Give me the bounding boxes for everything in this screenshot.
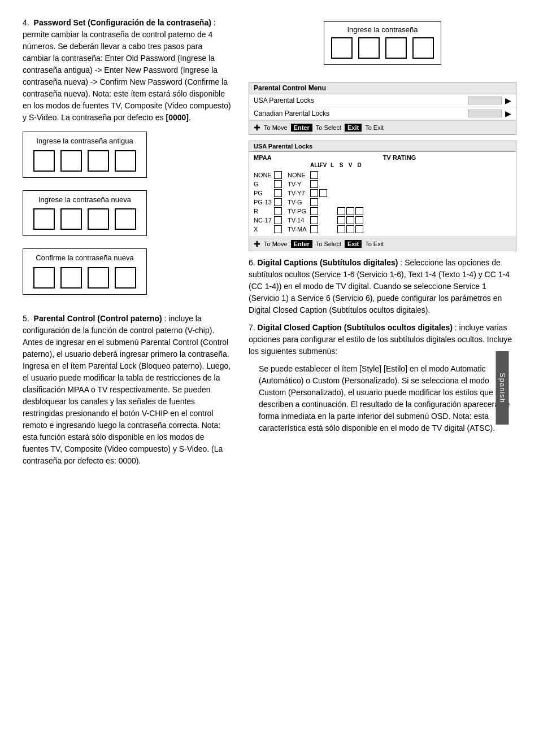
usa-arrow: ▶ <box>505 96 511 105</box>
spanish-label: Spanish <box>496 351 509 425</box>
pass-box-8 <box>115 208 136 230</box>
pt-row-5: NC-17TV-14 <box>254 216 511 224</box>
pass-box-9 <box>33 267 55 289</box>
pass-box-1 <box>33 150 55 172</box>
usa-parental-table: USA Parental Locks MPAA TV RATING ALL FV… <box>249 141 516 251</box>
canadian-bar <box>468 110 502 117</box>
pt-row-3: PG-13TV-G <box>254 198 511 206</box>
section5-title: Parental Control (Control paterno) <box>34 314 162 323</box>
old-password-ui: Ingrese la contraseña antigua <box>23 132 147 178</box>
confirm-password-ui: Confirme la contraseña nueva <box>23 248 147 295</box>
nav-move-icon: ✚ <box>254 123 260 132</box>
parental-menu-nav: ✚ To Move Enter To Select Exit To Exit <box>249 120 516 134</box>
pt-row-6: XTV-MA <box>254 225 511 233</box>
enter-btn[interactable]: Enter <box>291 124 312 132</box>
pass-box-11 <box>88 267 109 289</box>
pass-box-t2 <box>358 37 380 59</box>
parental-menu-header: Parental Control Menu <box>249 82 516 94</box>
pass-box-7 <box>88 208 109 230</box>
usa-parental-row[interactable]: USA Parental Locks ▶ <box>249 94 516 107</box>
exit-btn2[interactable]: Exit <box>345 240 362 248</box>
tv-rating-header: TV RATING <box>288 154 511 161</box>
sub-header-d: D <box>355 162 363 170</box>
sub-header-v: V <box>346 162 354 170</box>
new-password-label: Ingrese la contraseña nueva <box>30 194 140 206</box>
usa-parental-nav: ✚ To Move Enter To Select Exit To Exit <box>249 237 516 251</box>
pass-box-t4 <box>412 37 434 59</box>
pt-row-4: RTV-PG <box>254 207 511 215</box>
usa-bar <box>468 97 502 104</box>
sub-header-fv: FV <box>319 162 327 170</box>
canadian-parental-row[interactable]: Canadian Parental Locks ▶ <box>249 107 516 120</box>
exit-btn[interactable]: Exit <box>345 124 362 132</box>
pt-row-1: GTV-Y <box>254 180 511 188</box>
pass-box-t3 <box>385 37 407 59</box>
pass-box-12 <box>115 267 136 289</box>
pt-row-0: NONENONE <box>254 171 511 179</box>
pt-row-2: PGTV-Y7 <box>254 189 511 197</box>
password-top-label: Ingrese la contraseña <box>331 25 434 34</box>
enter-btn2[interactable]: Enter <box>291 240 312 248</box>
nav-move-icon2: ✚ <box>254 239 260 248</box>
section4-title: Password Set (Configuración de la contra… <box>34 18 214 27</box>
canadian-arrow: ▶ <box>505 109 511 118</box>
mpaa-header: MPAA <box>254 154 288 170</box>
section7-sub: Se puede establecer el ítem [Style] [Est… <box>249 363 516 434</box>
sub-header-all: ALL <box>310 162 318 170</box>
sub-header-s: S <box>337 162 345 170</box>
pass-box-2 <box>60 150 82 172</box>
pass-box-t1 <box>331 37 353 59</box>
confirm-password-label: Confirme la contraseña nueva <box>30 252 140 264</box>
pass-box-5 <box>33 208 55 230</box>
sub-header-l: L <box>328 162 336 170</box>
pass-box-3 <box>88 150 109 172</box>
pass-box-10 <box>60 267 82 289</box>
password-ui-top: Ingrese la contraseña <box>324 21 441 65</box>
pass-box-4 <box>115 150 136 172</box>
new-password-ui: Ingrese la contraseña nueva <box>23 190 147 237</box>
parental-control-menu: Parental Control Menu USA Parental Locks… <box>249 82 516 135</box>
old-password-label: Ingrese la contraseña antigua <box>30 136 140 147</box>
usa-parental-header: USA Parental Locks <box>249 141 516 152</box>
pass-box-6 <box>60 208 82 230</box>
section6: 6. Digital Captions (Subtítulos digitale… <box>249 257 516 434</box>
